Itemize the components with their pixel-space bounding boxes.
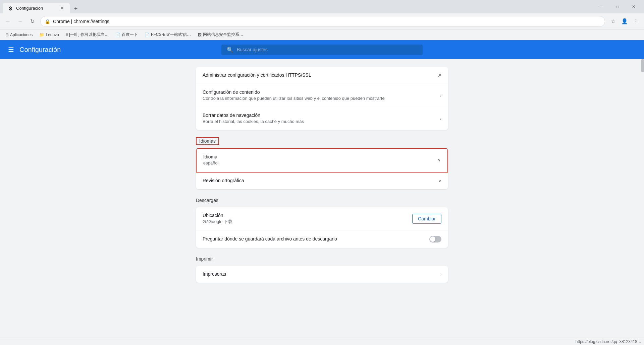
navigation-bar: ← → ↻ 🔒 Chrome | chrome://settings ☆ 👤 ⋮: [0, 13, 644, 29]
active-tab[interactable]: ⚙ Configuración ✕: [3, 3, 70, 13]
clear-data-row[interactable]: Borrar datos de navegación Borra el hist…: [196, 107, 448, 130]
settings-header: ☰ Configuración 🔍 Buscar ajustes: [0, 40, 644, 59]
tab-close-button[interactable]: ✕: [59, 5, 64, 11]
bookmark-label: 百度一下: [122, 32, 138, 38]
language-row[interactable]: Idioma español ∨: [196, 148, 448, 172]
languages-section-title: Idiomas: [196, 137, 219, 145]
address-text: Chrome | chrome://settings: [53, 19, 601, 24]
bookmark-label: Aplicaciones: [10, 32, 33, 37]
toggle-thumb: [430, 236, 435, 242]
chevron-right-icon: ›: [440, 93, 441, 98]
maximize-button[interactable]: □: [610, 1, 625, 12]
page-icon: 📄: [145, 32, 150, 37]
spellcheck-content: Revisión ortográfica: [203, 178, 438, 184]
page-icon: 📄: [115, 32, 120, 37]
new-tab-button[interactable]: +: [71, 4, 80, 13]
tab-title: Configuración: [16, 6, 56, 11]
location-path: G:\Google 下载: [203, 219, 412, 225]
print-section-header: Imprimir: [196, 256, 448, 262]
scrollbar-thumb[interactable]: [641, 59, 644, 72]
tab-favicon: ⚙: [8, 5, 13, 11]
bookmark-wangzhan[interactable]: 🖼 网站信息安全监控系…: [195, 30, 246, 39]
scrollbar-track: [641, 59, 644, 338]
profile-button[interactable]: 👤: [619, 16, 630, 27]
title-bar: ⚙ Configuración ✕ + — □ ✕: [0, 0, 644, 13]
location-title: Ubicación: [203, 213, 412, 218]
content-settings-content: Configuración de contenido Controla la i…: [203, 89, 440, 101]
content-settings-subtitle: Controla la información que pueden utili…: [203, 95, 440, 101]
sidebar-menu-icon[interactable]: ☰: [8, 46, 14, 54]
location-content: Ubicación G:\Google 下载: [203, 213, 412, 225]
spellcheck-row[interactable]: Revisión ortográfica ∨: [196, 172, 448, 189]
cambiar-button[interactable]: Cambiar: [412, 214, 441, 224]
search-input[interactable]: Buscar ajustes: [237, 47, 268, 52]
tab-area: ⚙ Configuración ✕ +: [3, 0, 592, 13]
clear-data-title: Borrar datos de navegación: [203, 113, 440, 118]
search-bar[interactable]: 🔍 Buscar ajustes: [221, 45, 423, 55]
bookmark-ffcs[interactable]: 📄 FFCS-EIS'一站式'信…: [142, 30, 194, 39]
bookmark-lenovo[interactable]: 📁 Lenovo: [37, 31, 61, 39]
content-settings-row[interactable]: Configuración de contenido Controla la i…: [196, 84, 448, 107]
clear-data-subtitle: Borra el historial, las cookies, la cach…: [203, 119, 440, 125]
languages-section-header: Idiomas: [196, 138, 448, 144]
bookmark-label: FFCS-EIS'一站式'信…: [151, 32, 191, 38]
printers-title: Impresoras: [203, 271, 440, 277]
browser-frame: ⚙ Configuración ✕ + — □ ✕ ← → ↻ 🔒 Chrome…: [0, 0, 644, 345]
bookmark-star-button[interactable]: ☆: [608, 16, 619, 27]
main-content: Administrar configuración y certificados…: [0, 59, 644, 338]
security-icon: 🔒: [45, 19, 50, 24]
bookmarks-bar: ⊞ Aplicaciones 📁 Lenovo ≡ [一叶] 你可以把我当… 📄…: [0, 29, 644, 40]
bookmark-label: ≡ [一叶] 你可以把我当…: [66, 32, 109, 38]
forward-button[interactable]: →: [15, 16, 25, 27]
content-area: Administrar configuración y certificados…: [188, 59, 456, 299]
nav-right-buttons: ☆ 👤 ⋮: [608, 16, 641, 27]
minimize-button[interactable]: —: [594, 1, 609, 12]
folder-icon: 📁: [39, 32, 44, 37]
language-row-content: Idioma español: [203, 154, 438, 166]
apps-icon: ⊞: [5, 32, 9, 37]
ask-location-row: Preguntar dónde se guardará cada archivo…: [196, 230, 448, 248]
print-card: Impresoras ›: [196, 266, 448, 283]
print-section-title: Imprimir: [196, 256, 213, 262]
ask-location-toggle[interactable]: [429, 236, 441, 243]
bookmark-aplicaciones[interactable]: ⊞ Aplicaciones: [3, 31, 35, 39]
privacy-card: Administrar configuración y certificados…: [196, 67, 448, 130]
content-settings-title: Configuración de contenido: [203, 89, 440, 95]
close-button[interactable]: ✕: [626, 1, 641, 12]
window-controls: — □ ✕: [594, 1, 641, 12]
menu-button[interactable]: ⋮: [631, 16, 641, 27]
ask-location-content: Preguntar dónde se guardará cada archivo…: [203, 236, 429, 242]
spellcheck-title: Revisión ortográfica: [203, 178, 438, 183]
languages-card: Idioma español ∨ Revisión ortográfica ∨: [196, 148, 448, 189]
ssl-title: Administrar configuración y certificados…: [203, 72, 437, 78]
downloads-section-header: Descargas: [196, 197, 448, 203]
chevron-down-icon: ∨: [438, 158, 441, 162]
status-bar: https://blog.csdn.net/qq_38123418…: [0, 338, 644, 345]
language-subtitle: español: [203, 160, 438, 166]
printers-content: Impresoras: [203, 271, 440, 277]
ssl-row-content: Administrar configuración y certificados…: [203, 72, 437, 78]
address-bar[interactable]: 🔒 Chrome | chrome://settings: [40, 16, 605, 27]
page-title: Configuración: [19, 46, 61, 54]
clear-data-content: Borrar datos de navegación Borra el hist…: [203, 113, 440, 125]
settings-body: Administrar configuración y certificados…: [0, 59, 644, 338]
status-url: https://blog.csdn.net/qq_38123418…: [576, 339, 641, 344]
bookmark-label: Lenovo: [46, 32, 59, 37]
bookmark-yiye[interactable]: ≡ [一叶] 你可以把我当…: [63, 30, 111, 39]
bookmark-label: 网站信息安全监控系…: [203, 32, 243, 38]
ssl-row[interactable]: Administrar configuración y certificados…: [196, 67, 448, 84]
chevron-down-icon: ∨: [438, 179, 441, 183]
image-icon: 🖼: [198, 32, 202, 37]
external-link-icon: ↗: [437, 73, 441, 78]
bookmark-baidu[interactable]: 📄 百度一下: [113, 30, 141, 39]
refresh-button[interactable]: ↻: [27, 16, 38, 27]
ask-location-title: Preguntar dónde se guardará cada archivo…: [203, 236, 429, 242]
search-icon: 🔍: [227, 47, 233, 53]
printers-row[interactable]: Impresoras ›: [196, 266, 448, 283]
chevron-right-icon: ›: [440, 116, 441, 121]
language-title: Idioma: [203, 154, 438, 159]
back-button[interactable]: ←: [3, 16, 13, 27]
chevron-right-icon: ›: [440, 272, 441, 277]
downloads-card: Ubicación G:\Google 下载 Cambiar Preguntar…: [196, 207, 448, 248]
location-row: Ubicación G:\Google 下载 Cambiar: [196, 207, 448, 230]
